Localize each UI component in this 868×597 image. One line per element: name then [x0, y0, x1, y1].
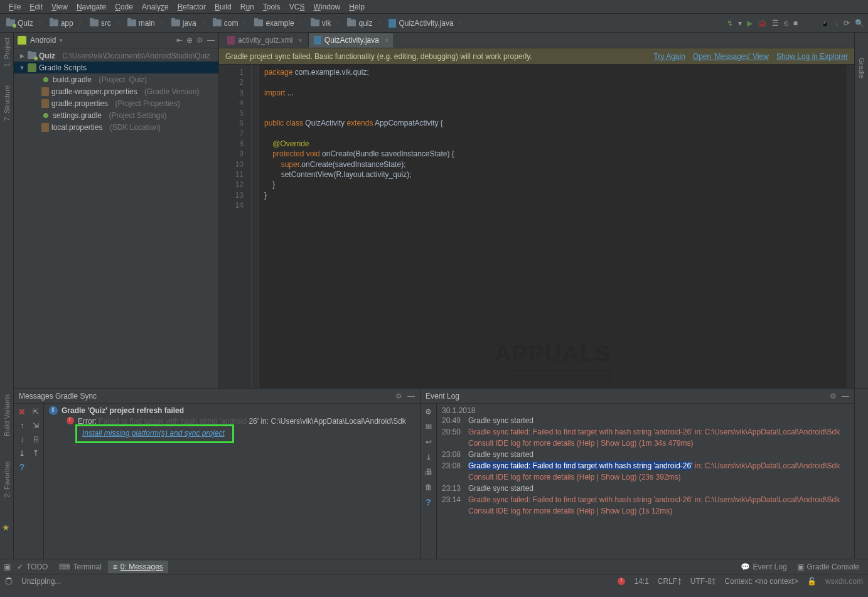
- code-editor[interactable]: 1234567891011121314 package com.example.…: [219, 65, 854, 388]
- crumb-example[interactable]: example: [252, 18, 308, 29]
- attach-debugger-icon[interactable]: ⎋: [784, 19, 788, 28]
- crumb-app[interactable]: app: [47, 18, 87, 29]
- tree-build-gradle[interactable]: build.gradle (Project: Quiz): [14, 73, 218, 85]
- hide-icon[interactable]: —: [407, 392, 415, 401]
- context-selector[interactable]: Context: <no context>: [725, 577, 798, 586]
- close-tab-icon[interactable]: ×: [298, 36, 302, 44]
- autoscroll-icon[interactable]: ⤒: [30, 448, 41, 459]
- menu-build[interactable]: Build: [211, 1, 235, 13]
- tab-activity-quiz-xml[interactable]: activity_quiz.xml×: [222, 33, 308, 48]
- tree-settings-gradle[interactable]: settings.gradle (Project Settings): [14, 109, 218, 121]
- make-project-icon[interactable]: ↯: [727, 19, 733, 28]
- sync-gradle-icon[interactable]: ⟳: [844, 19, 850, 28]
- mark-read-icon[interactable]: ✉: [423, 421, 434, 433]
- tree-gradle-props[interactable]: gradle.properties (Project Properties): [14, 97, 218, 109]
- tab-quizactivity-java[interactable]: QuizActivity.java×: [308, 33, 395, 48]
- code-marker-strip[interactable]: [847, 65, 854, 388]
- collapse-all-icon[interactable]: ⇤: [176, 36, 183, 45]
- tree-wrapper-props[interactable]: gradle-wrapper.properties (Gradle Versio…: [14, 85, 218, 97]
- sdk-manager-icon[interactable]: [835, 19, 839, 28]
- print-icon[interactable]: 🖶: [423, 466, 434, 478]
- caret-position[interactable]: 14:1: [634, 577, 648, 586]
- menu-edit[interactable]: Edit: [26, 1, 46, 13]
- line-separator[interactable]: CRLF‡: [658, 577, 682, 586]
- help-icon[interactable]: ?: [423, 497, 434, 508]
- crumb-file[interactable]: QuizActivity.java: [386, 18, 467, 29]
- file-encoding[interactable]: UTF-8‡: [690, 577, 716, 586]
- menu-navigate[interactable]: Navigate: [73, 1, 110, 13]
- crumb-com[interactable]: com: [210, 18, 252, 29]
- banner-show-log-link[interactable]: Show Log in Explorer: [776, 52, 848, 61]
- collapse-all-icon[interactable]: ⇲: [30, 420, 41, 431]
- tab-event-log[interactable]: 💬 Event Log: [736, 561, 792, 573]
- target-icon[interactable]: ⊕: [186, 36, 193, 45]
- up-icon[interactable]: ↑: [16, 420, 28, 431]
- crumb-vik[interactable]: vik: [308, 18, 345, 29]
- soft-wrap-icon[interactable]: ↩: [423, 436, 434, 448]
- error-status-icon[interactable]: [618, 578, 625, 585]
- fold-gutter[interactable]: [252, 65, 259, 388]
- tab-todo[interactable]: ✓ TODO: [12, 561, 53, 573]
- install-missing-platform-link[interactable]: Install missing platform(s) and sync pro…: [82, 429, 225, 438]
- menu-run[interactable]: Run: [237, 1, 258, 13]
- profile-icon[interactable]: ☰: [772, 19, 779, 28]
- tab-structure[interactable]: 7: Structure: [3, 85, 11, 121]
- menu-analyze[interactable]: Analyze: [138, 1, 173, 13]
- crumb-src[interactable]: src: [87, 18, 125, 29]
- gear-icon[interactable]: ⚙: [830, 392, 837, 401]
- run-config-dropdown[interactable]: ▾: [738, 19, 742, 28]
- lock-icon[interactable]: 🔓: [807, 577, 817, 586]
- close-icon[interactable]: ✖: [16, 406, 28, 417]
- tree-local-props[interactable]: local.properties (SDK Location): [14, 121, 218, 133]
- menu-window[interactable]: Window: [309, 1, 344, 13]
- messages-content[interactable]: Gradle 'Quiz' project refresh failed Err…: [44, 404, 420, 559]
- menu-code[interactable]: Code: [111, 1, 137, 13]
- stop-icon[interactable]: ■: [793, 19, 798, 28]
- debug-icon[interactable]: 🐞: [758, 19, 767, 28]
- crumb-quiz-pkg[interactable]: quiz: [345, 18, 386, 29]
- tab-build-variants[interactable]: Build Variants: [3, 394, 11, 436]
- menu-view[interactable]: View: [48, 1, 72, 13]
- search-everywhere-icon[interactable]: 🔍: [855, 19, 864, 28]
- gear-icon[interactable]: ⚙: [395, 392, 402, 401]
- menu-tools[interactable]: Tools: [259, 1, 284, 13]
- tab-gradle[interactable]: Gradle: [858, 58, 865, 78]
- tree-gradle-scripts[interactable]: ▼ Gradle Scripts: [14, 62, 218, 73]
- settings-icon[interactable]: ⚙: [423, 406, 434, 417]
- project-tree[interactable]: ▶ Quiz C:\Users\vik\Documents\AndroidStu…: [14, 48, 218, 388]
- scroll-end-icon[interactable]: ⤓: [423, 451, 434, 463]
- banner-try-again-link[interactable]: Try Again: [654, 52, 685, 61]
- gear-icon[interactable]: ⚙: [196, 36, 203, 45]
- crumb-main[interactable]: main: [125, 18, 169, 29]
- down-icon[interactable]: ↓: [16, 434, 28, 445]
- highlighted-fix-link: Install missing platform(s) and sync pro…: [75, 424, 234, 443]
- clear-icon[interactable]: 🗑: [423, 481, 434, 493]
- avd-manager-icon[interactable]: 📱: [820, 19, 830, 28]
- project-view-selector[interactable]: Android: [30, 36, 56, 45]
- menu-refactor[interactable]: Refactor: [174, 1, 210, 13]
- menu-help[interactable]: Help: [345, 1, 368, 13]
- tab-terminal[interactable]: ⌨ Terminal: [54, 561, 106, 573]
- event-log-content[interactable]: 30.1.2018 20:49Gradle sync started20:50G…: [437, 404, 854, 559]
- banner-open-messages-link[interactable]: Open 'Messages' View: [693, 52, 769, 61]
- filter-icon[interactable]: ⎘: [30, 434, 41, 445]
- menu-vcs[interactable]: VCS: [286, 1, 309, 13]
- menu-file[interactable]: File: [5, 1, 24, 13]
- export-icon[interactable]: ⤓: [16, 448, 28, 459]
- close-tab-icon[interactable]: ×: [385, 36, 388, 44]
- help-icon[interactable]: ?: [16, 461, 28, 473]
- tab-gradle-console[interactable]: ▣ Gradle Console: [792, 561, 864, 573]
- toolbar-right: ↯ ▾ ▶ 🐞 ☰ ⎋ ■ 📱 ⟳ 🔍: [727, 19, 864, 28]
- tab-messages[interactable]: ≡ 0: Messages: [108, 561, 168, 573]
- tab-favorites[interactable]: 2: Favorites: [3, 461, 11, 497]
- crumb-quiz[interactable]: Quiz: [4, 18, 47, 29]
- tree-root[interactable]: ▶ Quiz C:\Users\vik\Documents\AndroidStu…: [14, 50, 218, 62]
- run-icon[interactable]: ▶: [747, 19, 753, 28]
- tab-project[interactable]: 1: Project: [3, 38, 11, 67]
- tool-window-toggle-icon[interactable]: ▣: [4, 562, 11, 571]
- code-content[interactable]: package com.example.vik.quiz; import ...…: [259, 65, 847, 388]
- hide-icon[interactable]: —: [842, 392, 849, 401]
- expand-all-icon[interactable]: ⇱: [30, 406, 41, 417]
- crumb-java[interactable]: java: [169, 18, 210, 29]
- hide-icon[interactable]: —: [207, 36, 215, 45]
